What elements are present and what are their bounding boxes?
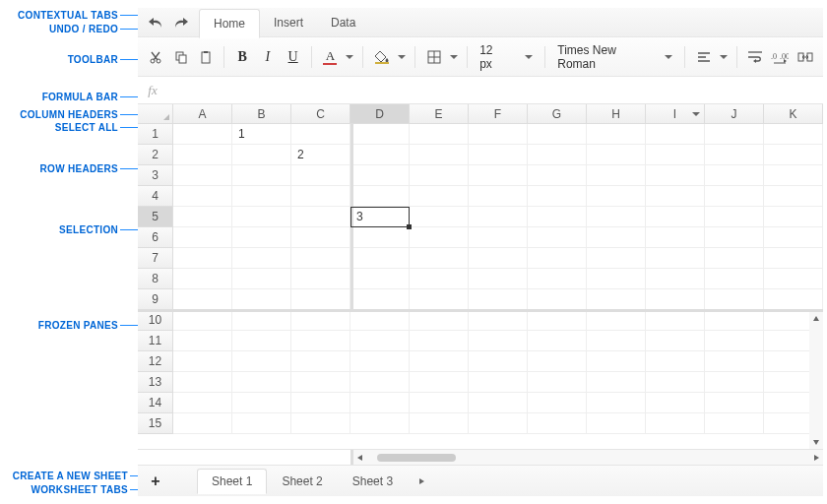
borders-button[interactable]: [421, 44, 461, 70]
italic-button[interactable]: I: [256, 44, 280, 70]
cell[interactable]: [232, 269, 291, 289]
cell[interactable]: [528, 331, 587, 351]
cell[interactable]: [469, 413, 528, 434]
cell[interactable]: [232, 351, 291, 372]
cell[interactable]: [469, 289, 528, 310]
row-header[interactable]: 10: [138, 310, 173, 331]
cell[interactable]: [705, 393, 764, 413]
cell[interactable]: [291, 289, 350, 310]
cell[interactable]: [232, 227, 291, 248]
cell[interactable]: [350, 310, 410, 331]
cell[interactable]: [469, 186, 528, 207]
cell[interactable]: [705, 269, 764, 289]
scroll-up-button[interactable]: [809, 312, 823, 326]
cell[interactable]: [291, 351, 350, 372]
cell[interactable]: [646, 145, 705, 165]
row-header[interactable]: 8: [138, 269, 173, 289]
col-header-i[interactable]: I: [646, 104, 705, 124]
cell[interactable]: [291, 207, 350, 227]
cell[interactable]: [173, 124, 232, 145]
cell[interactable]: [646, 289, 705, 310]
col-header-c[interactable]: C: [291, 104, 350, 124]
cell[interactable]: [646, 393, 705, 413]
scroll-right-button[interactable]: [809, 451, 823, 465]
cell[interactable]: [469, 165, 528, 186]
row-header[interactable]: 7: [138, 248, 173, 269]
cell[interactable]: [705, 310, 764, 331]
cell[interactable]: [705, 145, 764, 165]
cell[interactable]: [410, 310, 469, 331]
undo-button[interactable]: [146, 13, 165, 32]
cell[interactable]: [410, 372, 469, 393]
cell[interactable]: [350, 289, 410, 310]
cell[interactable]: [173, 269, 232, 289]
cell[interactable]: [528, 413, 587, 434]
cell[interactable]: [350, 372, 410, 393]
cell[interactable]: [173, 351, 232, 372]
align-button[interactable]: [691, 44, 731, 70]
cell[interactable]: [173, 331, 232, 351]
cell[interactable]: [705, 289, 764, 310]
cell[interactable]: [350, 124, 410, 145]
cell[interactable]: [705, 186, 764, 207]
cell[interactable]: [469, 124, 528, 145]
cell[interactable]: [705, 248, 764, 269]
cell[interactable]: [705, 227, 764, 248]
cell[interactable]: [232, 248, 291, 269]
tab-home[interactable]: Home: [199, 9, 260, 38]
cell[interactable]: [764, 145, 823, 165]
cell[interactable]: [587, 310, 646, 331]
cell[interactable]: [173, 165, 232, 186]
cell[interactable]: [587, 351, 646, 372]
col-header-b[interactable]: B: [232, 104, 291, 124]
cell[interactable]: [705, 124, 764, 145]
cell[interactable]: [528, 227, 587, 248]
row-header[interactable]: 2: [138, 145, 173, 165]
cell[interactable]: [469, 310, 528, 331]
cell[interactable]: [646, 331, 705, 351]
cell[interactable]: [232, 289, 291, 310]
cell[interactable]: [291, 124, 350, 145]
cell[interactable]: [410, 207, 469, 227]
row-header[interactable]: 11: [138, 331, 173, 351]
cell[interactable]: 1: [232, 124, 291, 145]
add-sheet-button[interactable]: +: [144, 470, 167, 493]
cell[interactable]: [764, 124, 823, 145]
cell[interactable]: [646, 227, 705, 248]
cell[interactable]: [291, 248, 350, 269]
cell[interactable]: [646, 248, 705, 269]
cell[interactable]: [646, 372, 705, 393]
cell[interactable]: [410, 351, 469, 372]
cell[interactable]: [764, 289, 823, 310]
cell[interactable]: [587, 248, 646, 269]
cell[interactable]: [350, 186, 410, 207]
cell[interactable]: [410, 269, 469, 289]
cell[interactable]: [350, 413, 410, 434]
horizontal-scrollbar[interactable]: [138, 449, 823, 465]
col-header-e[interactable]: E: [410, 104, 469, 124]
cell[interactable]: [291, 186, 350, 207]
cell[interactable]: [587, 393, 646, 413]
cell[interactable]: [410, 413, 469, 434]
tab-data[interactable]: Data: [317, 8, 369, 37]
cell[interactable]: [410, 331, 469, 351]
sheet-next-button[interactable]: [412, 477, 431, 485]
cell[interactable]: [232, 207, 291, 227]
cell[interactable]: [587, 186, 646, 207]
cell[interactable]: [587, 413, 646, 434]
cell[interactable]: [646, 310, 705, 331]
cell[interactable]: [173, 248, 232, 269]
cell[interactable]: [528, 124, 587, 145]
cell[interactable]: [291, 269, 350, 289]
cell[interactable]: [291, 165, 350, 186]
row-header[interactable]: 4: [138, 186, 173, 207]
cell[interactable]: [350, 227, 410, 248]
row-header[interactable]: 5: [138, 207, 173, 227]
copy-button[interactable]: [169, 44, 193, 70]
cell[interactable]: [410, 289, 469, 310]
cell[interactable]: [350, 145, 410, 165]
redo-button[interactable]: [171, 13, 191, 32]
scroll-down-button[interactable]: [809, 435, 823, 449]
cell[interactable]: [173, 186, 232, 207]
cell[interactable]: [528, 145, 587, 165]
